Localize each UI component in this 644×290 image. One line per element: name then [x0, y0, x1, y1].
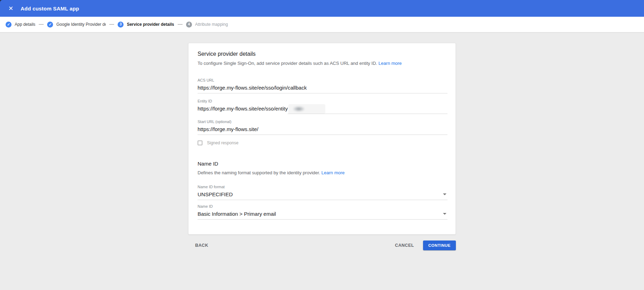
name-id-select[interactable]: Basic Information > Primary email [198, 211, 447, 220]
name-id-format-select[interactable]: UNSPECIFIED [198, 191, 447, 200]
step-label: Attribute mapping [195, 22, 228, 27]
step-label: Google Identity Provider details [56, 22, 106, 27]
step-app-details[interactable]: ✓ App details [6, 22, 35, 28]
learn-more-link[interactable]: Learn more [378, 61, 401, 66]
card-title: Service provider details [198, 51, 447, 57]
acs-url-field: ACS URL https://forge.my-flows.site/ee/s… [198, 78, 447, 93]
step-done-icon: ✓ [47, 22, 53, 28]
chevron-down-icon [443, 213, 446, 215]
redaction-blur-blob [293, 106, 305, 112]
step-google-idp-details[interactable]: ✓ Google Identity Provider details [47, 22, 106, 28]
service-provider-details-card: Service provider details To configure Si… [188, 43, 456, 235]
name-id-format-label: Name ID format [198, 185, 447, 189]
dialog-content: Service provider details To configure Si… [0, 43, 644, 251]
entity-id-value: https://forge.my-flows.site/ee/sso/entit… [198, 105, 288, 114]
redacted-value [288, 104, 325, 114]
step-label: App details [15, 22, 35, 27]
card-description: To configure Single Sign-On, add service… [198, 60, 447, 66]
signed-response-checkbox[interactable] [198, 140, 202, 145]
step-label: Service provider details [127, 22, 174, 27]
step-number-icon: 3 [118, 22, 124, 28]
continue-button[interactable]: CONTINUE [423, 241, 456, 250]
acs-url-value: https://forge.my-flows.site/ee/sso/login… [198, 85, 307, 91]
start-url-label: Start URL (optional) [198, 120, 447, 124]
wizard-footer: BACK CANCEL CONTINUE [188, 240, 456, 251]
name-id-format-value: UNSPECIFIED [198, 191, 233, 197]
check-icon: ✓ [7, 23, 10, 26]
name-id-field-group: Name ID format UNSPECIFIED Name ID Basic… [198, 185, 447, 220]
name-id-section: Name ID Defines the naming format suppor… [198, 161, 447, 220]
signed-response-label: Signed response [207, 140, 238, 145]
step-connector [109, 24, 114, 25]
name-id-label: Name ID [198, 204, 447, 209]
dialog-title: Add custom SAML app [21, 6, 79, 12]
name-id-description-text: Defines the naming format supported by t… [198, 170, 320, 175]
wizard-stepper: ✓ App details ✓ Google Identity Provider… [0, 17, 644, 32]
step-number: 3 [120, 23, 122, 26]
entity-id-label: Entity ID [198, 99, 447, 104]
chevron-down-icon [443, 193, 446, 195]
close-icon[interactable]: ✕ [7, 4, 15, 13]
start-url-field: Start URL (optional) https://forge.my-fl… [198, 120, 447, 135]
step-number-icon: 4 [186, 22, 192, 28]
name-id-format-field: Name ID format UNSPECIFIED [198, 185, 447, 200]
start-url-input[interactable]: https://forge.my-flows.site/ [198, 126, 447, 135]
name-id-field: Name ID Basic Information > Primary emai… [198, 204, 447, 220]
start-url-value: https://forge.my-flows.site/ [198, 126, 258, 132]
learn-more-link[interactable]: Learn more [321, 170, 345, 175]
name-id-section-title: Name ID [198, 161, 447, 167]
field-group: ACS URL https://forge.my-flows.site/ee/s… [198, 78, 447, 145]
dialog-header: ✕ Add custom SAML app [0, 0, 644, 17]
step-number: 4 [188, 23, 190, 26]
name-id-section-description: Defines the naming format supported by t… [198, 170, 447, 176]
step-connector [178, 24, 183, 25]
acs-url-input[interactable]: https://forge.my-flows.site/ee/sso/login… [198, 84, 447, 93]
cancel-button[interactable]: CANCEL [393, 240, 416, 251]
check-icon: ✓ [49, 23, 52, 26]
back-button[interactable]: BACK [193, 240, 210, 251]
entity-id-field: Entity ID https://forge.my-flows.site/ee… [198, 99, 447, 114]
card-description-text: To configure Single Sign-On, add service… [198, 61, 377, 66]
step-attribute-mapping: 4 Attribute mapping [186, 22, 228, 28]
step-service-provider-details[interactable]: 3 Service provider details [118, 22, 174, 28]
step-done-icon: ✓ [6, 22, 12, 28]
entity-id-underline [288, 105, 447, 114]
acs-url-label: ACS URL [198, 78, 447, 83]
step-connector [39, 24, 44, 25]
signed-response-row: Signed response [198, 140, 447, 145]
entity-id-input[interactable]: https://forge.my-flows.site/ee/sso/entit… [198, 105, 447, 114]
name-id-value: Basic Information > Primary email [198, 211, 276, 217]
